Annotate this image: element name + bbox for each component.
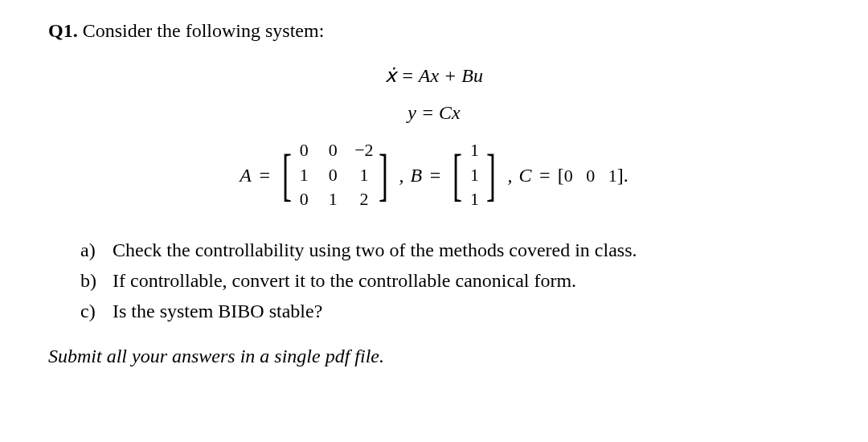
question-intro: Consider the following system: [83, 20, 325, 41]
output-equation: y = Cx [48, 98, 820, 127]
subq-text: Check the controllability using two of t… [113, 235, 637, 264]
a-r3c2: 1 [326, 188, 340, 211]
matrix-b-label: B [411, 161, 423, 190]
matrix-a: [ 0 0 −2 1 0 1 0 1 2 ] [277, 139, 392, 211]
subq-text: Is the system BIBO stable? [113, 297, 322, 325]
matrices-row: A = [ 0 0 −2 1 0 1 0 1 2 ] , B = [ 1 1 [48, 139, 820, 211]
equations-block: ẋ = Ax + Bu y = Cx A = [ 0 0 −2 1 0 1 0 … [48, 61, 820, 211]
bracket-open: [ [282, 150, 292, 199]
question-number: Q1. [48, 20, 78, 41]
c-c3: 1 [608, 166, 617, 186]
c-bracket-close: ]. [617, 165, 628, 186]
subq-letter: a) [80, 235, 113, 264]
bracket-open: [ [452, 150, 462, 199]
subq-letter: b) [80, 266, 113, 295]
equals-sign: = [258, 161, 271, 190]
c-c1: 0 [564, 166, 573, 186]
a-r3c3: 2 [354, 188, 373, 211]
subquestion-b: b) If controllable, convert it to the co… [80, 266, 820, 295]
a-r2c3: 1 [354, 164, 373, 187]
subq-letter: c) [80, 297, 113, 325]
b-r1: 1 [467, 139, 481, 162]
equals-sign-2: = [428, 161, 441, 190]
a-r1c1: 0 [297, 139, 311, 162]
a-r1c3: −2 [354, 139, 373, 162]
a-r2c2: 0 [326, 164, 340, 187]
matrix-c-label: C [518, 161, 531, 190]
subquestion-c: c) Is the system BIBO stable? [80, 297, 820, 325]
equals-sign-3: = [538, 161, 551, 190]
submission-note: Submit all your answers in a single pdf … [48, 342, 820, 370]
a-r3c1: 0 [297, 188, 311, 211]
question-header: Q1. Consider the following system: [48, 16, 820, 45]
matrix-b: [ 1 1 1 ] [448, 139, 501, 211]
subquestion-a: a) Check the controllability using two o… [80, 235, 820, 264]
comma: , [399, 161, 404, 190]
comma-2: , [507, 161, 512, 190]
matrix-a-content: 0 0 −2 1 0 1 0 1 2 [297, 139, 373, 211]
bracket-close: ] [486, 150, 496, 199]
matrix-b-content: 1 1 1 [467, 139, 481, 211]
subquestions-list: a) Check the controllability using two o… [80, 235, 820, 325]
b-r3: 1 [467, 188, 481, 211]
c-bracket-open: [ [558, 165, 564, 186]
a-r1c2: 0 [326, 139, 340, 162]
b-r2: 1 [467, 164, 481, 187]
subq-text: If controllable, convert it to the contr… [113, 266, 576, 295]
matrix-a-label: A [240, 161, 252, 190]
c-c2: 0 [586, 166, 595, 186]
bracket-close: ] [379, 150, 388, 199]
a-r2c1: 1 [297, 164, 311, 187]
state-equation: ẋ = Ax + Bu [48, 61, 820, 90]
matrix-c: [0 0 1]. [558, 161, 628, 190]
